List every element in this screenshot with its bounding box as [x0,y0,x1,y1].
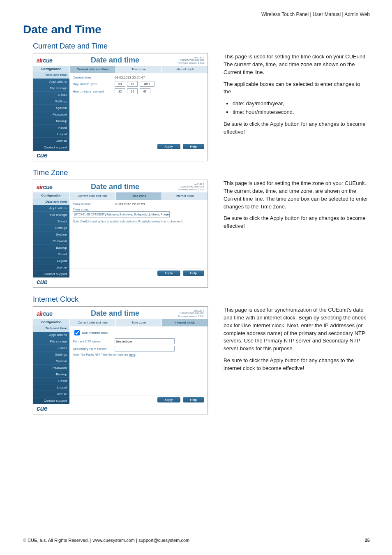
sidebar-item-contact-support[interactable]: Contact support [33,271,69,278]
help-button[interactable]: Help [183,397,204,402]
desc-s2-p2: Be sure to click the Apply button for an… [224,215,369,230]
section-title-internet-clock: Internet Clock [33,295,369,304]
sidebar-item-configuration[interactable]: Configuration [33,319,69,325]
tab-time-zone[interactable]: Time zone [115,319,161,326]
note-ntp-list: Note: The Public NTP Time Server Lists a… [73,353,204,356]
input-day[interactable] [115,81,125,87]
desc-s1-p1: This page is used for setting the time c… [224,53,369,76]
tab-internet-clock[interactable]: Internet clock [161,192,208,200]
sidebar-item-configuration[interactable]: Configuration [33,192,69,199]
input-year[interactable] [140,81,154,87]
sidebar-item-e-mail[interactable]: E-mail [33,345,69,352]
tab-internet-clock[interactable]: Internet clock [161,319,208,326]
sidebar-item-system[interactable]: System [33,105,69,111]
tab-time-zone[interactable]: Time zone [115,192,161,200]
apply-button[interactable]: Apply [157,271,180,276]
logo-cue-bottom: cue [33,278,208,287]
link-here[interactable]: here [129,353,135,356]
logo-cue-bottom: cue [33,151,208,161]
section-title-current-date-time: Current Date and Time [33,42,369,51]
sidebar-item-reset[interactable]: Reset [33,378,69,384]
desc-s2-p1: This page is used for setting the time z… [224,180,369,210]
sidebar-item-file-storage[interactable]: File storage [33,85,69,92]
input-month[interactable] [127,81,138,87]
sidebar-item-reset[interactable]: Reset [33,251,69,258]
sidebar-item-backup[interactable]: Backup [33,245,69,251]
sidebar-item-logout[interactable]: Logout [33,131,69,138]
sidebar-item-password[interactable]: Password [33,365,69,371]
sidebar-item-date-and-time[interactable]: Date and time [33,199,69,205]
tab-time-zone[interactable]: Time zone [115,66,161,73]
sidebar-item-applications[interactable]: Applications [33,205,69,212]
sidebar-item-reset[interactable]: Reset [33,125,69,131]
sidebar-item-logout[interactable]: Logout [33,258,69,264]
note-dst: Note: Daylight saving time is applied au… [73,220,204,223]
sidebar-item-contact-support[interactable]: Contact support [33,144,69,151]
panel-title: Date and time [91,183,139,191]
help-button[interactable]: Help [183,271,204,276]
sidebar-item-backup[interactable]: Backup [33,371,69,378]
sidebar-item-file-storage[interactable]: File storage [33,212,69,218]
tab-internet-clock[interactable]: Internet clock [161,66,208,73]
sidebar-item-password[interactable]: Password [33,111,69,118]
sidebar-item-license[interactable]: License [33,391,69,398]
apply-button[interactable]: Apply [157,397,180,402]
sidebar-item-e-mail[interactable]: E-mail [33,92,69,98]
input-second[interactable] [140,88,150,94]
panel-meta: airCUE 7 CS0575.W03.69D0EB Firmware vers… [178,56,204,65]
help-button[interactable]: Help [183,144,204,149]
sidebar-item-backup[interactable]: Backup [33,118,69,125]
section-title-time-zone: Time Zone [33,169,369,177]
footer-left: © CUE, a.s. All Rights Reserved. | www.c… [23,538,189,543]
label-hour-minute-second: Hour, minute, second: [73,90,114,93]
panel-title: Date and time [91,56,139,65]
tab-current-date-time[interactable]: Current date and time [69,192,115,200]
value-current-time: 09.03.2013 22:26:53 [115,202,145,206]
input-secondary-ntp[interactable] [115,346,175,352]
screenshot-current-date-time: aircue Date and time airCUE 7 CS0575.W03… [33,53,208,161]
label-current-time: Current time: [73,76,114,79]
sidebar: Configuration Date and time Applications… [33,66,69,151]
sidebar-item-settings[interactable]: Settings [33,352,69,358]
desc-s1-li2: time: hour/minute/second. [233,109,369,116]
desc-s1-p3: Be sure to click the Apply button for an… [224,120,369,136]
sidebar-item-logout[interactable]: Logout [33,384,69,391]
logo-aircue: aircue [37,310,52,317]
input-minute[interactable] [127,88,138,94]
sidebar-item-contact-support[interactable]: Contact support [33,398,69,404]
sidebar-item-file-storage[interactable]: File storage [33,338,69,345]
checkbox-use-internet-clock[interactable] [74,330,80,335]
sidebar-item-password[interactable]: Password [33,238,69,245]
sidebar-item-system[interactable]: System [33,358,69,365]
page-title: Date and Time [23,23,369,36]
input-hour[interactable] [115,88,125,94]
input-primary-ntp[interactable] [115,338,175,344]
label-primary-ntp: Primary NTP server: [73,340,114,343]
label-time-zone: Time zone: [73,208,114,211]
desc-s3-p1: This page is used for synchronization of… [224,306,369,353]
sidebar-item-license[interactable]: License [33,138,69,144]
sidebar-item-configuration[interactable]: Configuration [33,66,69,72]
page-header: Wireless Touch Panel | User Manual | Adm… [261,12,370,17]
label-secondary-ntp: Secondary NTP server: [73,347,114,351]
tab-current-date-time[interactable]: Current date and time [69,66,115,73]
sidebar-item-applications[interactable]: Applications [33,79,69,85]
logo-aircue: aircue [37,184,52,190]
sidebar-item-settings[interactable]: Settings [33,225,69,231]
sidebar-item-license[interactable]: License [33,264,69,271]
sidebar: Configuration Date and time Applications… [33,319,69,404]
select-time-zone[interactable]: (UTC+01:00 CET/CEST) Belgrade, Bratislav… [73,211,170,217]
panel-meta: airCUE 7 CS0575.W03.69D0EB Firmware vers… [178,183,204,191]
sidebar-item-date-and-time[interactable]: Date and time [33,72,69,79]
panel-title: Date and time [91,309,139,318]
sidebar-item-system[interactable]: System [33,231,69,238]
desc-s3-p2: Be sure to click the Apply button for an… [224,357,369,372]
sidebar-item-e-mail[interactable]: E-mail [33,218,69,225]
apply-button[interactable]: Apply [157,144,180,149]
sidebar-item-applications[interactable]: Applications [33,332,69,338]
logo-cue-bottom: cue [33,404,208,414]
sidebar-item-date-and-time[interactable]: Date and time [33,325,69,332]
tab-current-date-time[interactable]: Current date and time [69,319,115,326]
sidebar-item-settings[interactable]: Settings [33,98,69,105]
panel-meta: airCUE 7 CS0575.W03.69D0EB Firmware vers… [178,310,204,318]
